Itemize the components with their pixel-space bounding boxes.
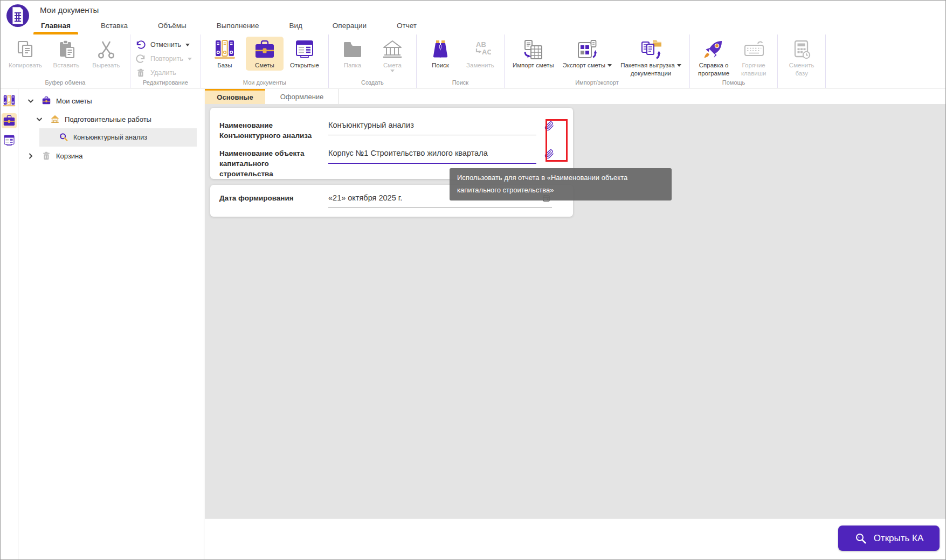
cut-button[interactable]: Вырезать xyxy=(87,37,125,71)
button-label: Повторить xyxy=(150,55,183,63)
ribbon-group-clipboard: КопироватьВставитьВырезатьБуфер обмена xyxy=(1,34,130,88)
delete-button[interactable]: Удалить xyxy=(135,67,176,78)
export-estimate-button[interactable]: Экспорт сметы xyxy=(560,37,616,71)
button-label: Экспорт сметы xyxy=(563,61,606,70)
copy-button[interactable]: Копировать xyxy=(5,37,45,71)
ribbon-group-import-export: Импорт сметыЭкспорт сметыПакетная выгруз… xyxy=(505,34,690,88)
open-docs-button[interactable]: Открытые xyxy=(286,37,323,71)
estimate-create-icon xyxy=(382,38,403,61)
button-label: базу xyxy=(795,70,807,78)
svg-text:AC: AC xyxy=(482,48,491,56)
tab-design[interactable]: Оформление xyxy=(265,89,339,104)
rocket-icon xyxy=(703,38,724,61)
ribbon-group-database: Сменитьбазу xyxy=(778,34,826,88)
menu-tab-home[interactable]: Главная xyxy=(40,17,72,34)
tree-item-my-estimates[interactable]: Мои сметы xyxy=(18,92,204,110)
open-ka-button[interactable]: Открыть КА xyxy=(838,526,940,551)
menu-tab-volumes[interactable]: Объёмы xyxy=(157,17,188,34)
analysis-name-label: Наименование Конъюнктурного анализа xyxy=(210,121,324,141)
batch-upload-icon xyxy=(640,38,662,61)
menu-tab-label: Объёмы xyxy=(158,22,187,30)
redo-button[interactable]: Повторить xyxy=(135,53,192,64)
content-area: ОсновныеОформление Наименование Конъюнкт… xyxy=(205,89,945,559)
menu-tab-label: Операции xyxy=(333,22,367,30)
chevron-down-icon[interactable] xyxy=(27,97,34,105)
import-icon xyxy=(522,38,544,61)
chevron-right-icon[interactable] xyxy=(27,152,34,160)
briefcase-tree-icon xyxy=(42,96,51,106)
tab-label: Основные xyxy=(217,93,253,101)
date-field-label: Дата формирования xyxy=(210,193,324,204)
folder-create-button[interactable]: Папка xyxy=(334,37,371,71)
trash-icon xyxy=(135,67,146,78)
ribbon-group-label: Редактирование xyxy=(130,79,201,86)
chevron-down-icon[interactable] xyxy=(36,115,43,123)
databases-button[interactable]: Базы xyxy=(206,37,244,71)
menu-tab-operations[interactable]: Операции xyxy=(332,17,368,34)
search-button[interactable]: Поиск xyxy=(422,37,459,71)
copy-icon xyxy=(15,38,36,61)
about-button[interactable]: Справка опрограмме xyxy=(695,37,733,79)
button-label: Поиск xyxy=(432,61,449,70)
button-label: Сменить xyxy=(789,61,814,70)
content-body: Наименование Конъюнктурного анализаКонъю… xyxy=(205,104,945,520)
app-logo-icon xyxy=(6,4,29,27)
import-estimate-button[interactable]: Импорт сметы xyxy=(509,37,557,71)
ribbon-group-label: Буфер обмена xyxy=(1,79,130,86)
chevron-down-icon xyxy=(188,58,192,60)
hotkeys-button[interactable]: Горячиеклавиши xyxy=(735,37,772,79)
button-label: Смета xyxy=(383,61,402,70)
magnifier-tree-icon xyxy=(59,133,68,142)
chevron-down-icon xyxy=(390,70,395,72)
analysis-name-field[interactable]: Конъюнктурный анализ xyxy=(328,121,536,135)
construction-object-name-label: Наименование объекта капитального строит… xyxy=(210,149,324,179)
change-database-button[interactable]: Сменитьбазу xyxy=(783,37,820,79)
tab-label: Оформление xyxy=(280,93,324,101)
rail-estimates[interactable] xyxy=(2,113,17,128)
content-tab-bar: ОсновныеОформление xyxy=(205,89,945,104)
menu-tab-report[interactable]: Отчет xyxy=(396,17,418,34)
menu-tab-execution[interactable]: Выполнение xyxy=(216,17,260,34)
chevron-down-icon xyxy=(677,64,681,67)
house-tree-icon xyxy=(50,114,60,124)
button-label: Импорт сметы xyxy=(513,61,554,70)
change-db-icon xyxy=(791,38,812,61)
tree-item-label: Конъюнктурный анализ xyxy=(73,134,147,141)
tab-main[interactable]: Основные xyxy=(205,89,265,104)
batch-upload-button[interactable]: Пакетная выгрузкадокументации xyxy=(617,37,685,79)
ribbon-group-editing: ОтменитьПовторитьУдалитьРедактирование xyxy=(130,34,201,88)
analysis-name-value: Конъюнктурный анализ xyxy=(328,121,536,135)
tree-item-preparatory-works[interactable]: Подготовительные работы xyxy=(18,110,204,128)
button-label: Папка xyxy=(344,61,362,70)
button-label: Сметы xyxy=(255,61,274,70)
tree-item-market-analysis[interactable]: Конъюнктурный анализ xyxy=(39,128,197,147)
tree-item-label: Мои сметы xyxy=(56,97,92,105)
rail-databases[interactable] xyxy=(2,93,17,108)
estimates-button[interactable]: Сметы xyxy=(246,37,284,71)
menu-tab-view[interactable]: Вид xyxy=(288,17,303,34)
button-label: Пакетная выгрузка xyxy=(620,61,675,70)
undo-button[interactable]: Отменить xyxy=(135,39,190,50)
tree-item-label: Корзина xyxy=(56,152,83,160)
export-icon xyxy=(576,38,598,61)
ribbon-group-search: ПоискABACЗаменитьПоиск xyxy=(417,34,505,88)
rail-open-docs[interactable] xyxy=(2,133,17,148)
undo-icon xyxy=(135,39,146,50)
replace-button[interactable]: ABACЗаменить xyxy=(461,37,499,71)
construction-object-name-field[interactable]: Корпус №1 Строительство жилого квартала xyxy=(328,149,536,164)
estimate-create-button[interactable]: Смета xyxy=(374,37,411,73)
menu-tab-insert[interactable]: Вставка xyxy=(100,17,129,34)
content-footer: Открыть КА xyxy=(205,518,945,559)
construction-object-name-value: Корпус №1 Строительство жилого квартала xyxy=(328,149,536,163)
magnifier-icon xyxy=(854,532,867,545)
open-docs-icon xyxy=(3,134,16,147)
paste-button[interactable]: Вставить xyxy=(47,37,85,71)
button-label: Заменить xyxy=(466,61,494,70)
paste-icon xyxy=(56,38,77,61)
button-label: Горячие xyxy=(742,61,765,70)
tree-item-trash[interactable]: Корзина xyxy=(18,147,204,165)
menu-tab-label: Главная xyxy=(41,22,71,30)
button-label: документации xyxy=(631,70,672,78)
button-label: Открытые xyxy=(290,61,319,70)
ribbon-group-label: Импорт/экспорт xyxy=(505,79,689,86)
